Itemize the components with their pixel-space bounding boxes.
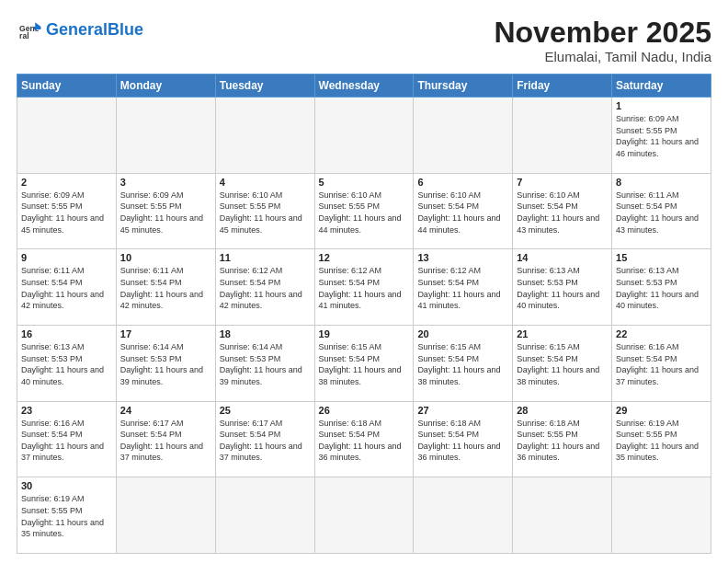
calendar-cell: 28 Sunrise: 6:18 AMSunset: 5:55 PMDaylig… <box>513 401 612 477</box>
calendar-cell: 11 Sunrise: 6:12 AMSunset: 5:54 PMDaylig… <box>215 249 314 326</box>
day-number: 24 <box>120 405 211 416</box>
calendar-cell: 15 Sunrise: 6:13 AMSunset: 5:53 PMDaylig… <box>612 249 711 326</box>
calendar-cell: 16 Sunrise: 6:13 AMSunset: 5:53 PMDaylig… <box>17 326 117 402</box>
day-number: 1 <box>616 100 707 111</box>
header: Gene ral GeneralBlue November 2025 Eluma… <box>17 17 711 64</box>
calendar-cell <box>215 477 314 554</box>
day-info: Sunrise: 6:12 AMSunset: 5:54 PMDaylight:… <box>220 265 311 311</box>
day-number: 7 <box>517 177 608 188</box>
day-info: Sunrise: 6:19 AMSunset: 5:55 PMDaylight:… <box>21 493 112 539</box>
calendar-header: Sunday Monday Tuesday Wednesday Thursday… <box>17 75 711 98</box>
logo: Gene ral GeneralBlue <box>17 17 143 42</box>
day-info: Sunrise: 6:15 AMSunset: 5:54 PMDaylight:… <box>417 341 508 387</box>
day-number: 9 <box>21 252 112 263</box>
day-info: Sunrise: 6:10 AMSunset: 5:54 PMDaylight:… <box>417 190 508 236</box>
logo-general: General <box>46 20 108 39</box>
calendar-cell: 5 Sunrise: 6:10 AMSunset: 5:55 PMDayligh… <box>314 173 414 249</box>
calendar-cell <box>612 477 711 554</box>
page: Gene ral GeneralBlue November 2025 Eluma… <box>0 0 728 563</box>
calendar-cell <box>116 98 215 174</box>
day-number: 12 <box>319 252 410 263</box>
col-tuesday: Tuesday <box>215 75 314 98</box>
calendar-cell: 17 Sunrise: 6:14 AMSunset: 5:53 PMDaylig… <box>116 326 215 402</box>
day-info: Sunrise: 6:18 AMSunset: 5:54 PMDaylight:… <box>417 418 508 464</box>
day-number: 23 <box>21 405 112 416</box>
calendar-cell: 20 Sunrise: 6:15 AMSunset: 5:54 PMDaylig… <box>414 326 513 402</box>
calendar-cell: 27 Sunrise: 6:18 AMSunset: 5:54 PMDaylig… <box>414 401 513 477</box>
day-number: 28 <box>517 405 608 416</box>
day-number: 11 <box>220 252 311 263</box>
day-number: 3 <box>120 177 211 188</box>
day-info: Sunrise: 6:10 AMSunset: 5:55 PMDaylight:… <box>319 190 410 236</box>
calendar-cell: 19 Sunrise: 6:15 AMSunset: 5:54 PMDaylig… <box>314 326 414 402</box>
day-info: Sunrise: 6:17 AMSunset: 5:54 PMDaylight:… <box>120 418 211 464</box>
calendar-cell: 6 Sunrise: 6:10 AMSunset: 5:54 PMDayligh… <box>414 173 513 249</box>
day-number: 27 <box>417 405 508 416</box>
day-number: 6 <box>417 177 508 188</box>
svg-rect-4 <box>34 27 41 29</box>
day-info: Sunrise: 6:09 AMSunset: 5:55 PMDaylight:… <box>21 190 112 236</box>
location-title: Elumalai, Tamil Nadu, India <box>494 49 711 64</box>
day-number: 17 <box>120 328 211 339</box>
logo-blue: Blue <box>108 20 143 39</box>
col-saturday: Saturday <box>612 75 711 98</box>
calendar-cell <box>513 477 612 554</box>
calendar-cell: 12 Sunrise: 6:12 AMSunset: 5:54 PMDaylig… <box>314 249 414 326</box>
calendar-cell: 1 Sunrise: 6:09 AMSunset: 5:55 PMDayligh… <box>612 98 711 174</box>
day-info: Sunrise: 6:09 AMSunset: 5:55 PMDaylight:… <box>616 113 707 159</box>
day-info: Sunrise: 6:14 AMSunset: 5:53 PMDaylight:… <box>120 341 211 387</box>
col-monday: Monday <box>116 75 215 98</box>
calendar-cell: 26 Sunrise: 6:18 AMSunset: 5:54 PMDaylig… <box>314 401 414 477</box>
day-number: 14 <box>517 252 608 263</box>
day-info: Sunrise: 6:10 AMSunset: 5:55 PMDaylight:… <box>220 190 311 236</box>
svg-text:ral: ral <box>19 31 28 40</box>
calendar-cell <box>513 98 612 174</box>
calendar-cell: 22 Sunrise: 6:16 AMSunset: 5:54 PMDaylig… <box>612 326 711 402</box>
day-number: 8 <box>616 177 707 188</box>
calendar-cell: 30 Sunrise: 6:19 AMSunset: 5:55 PMDaylig… <box>17 477 117 554</box>
day-info: Sunrise: 6:19 AMSunset: 5:55 PMDaylight:… <box>616 418 707 464</box>
calendar-body: 1 Sunrise: 6:09 AMSunset: 5:55 PMDayligh… <box>17 98 711 554</box>
calendar-cell: 23 Sunrise: 6:16 AMSunset: 5:54 PMDaylig… <box>17 401 117 477</box>
calendar-cell: 14 Sunrise: 6:13 AMSunset: 5:53 PMDaylig… <box>513 249 612 326</box>
calendar-cell: 25 Sunrise: 6:17 AMSunset: 5:54 PMDaylig… <box>215 401 314 477</box>
weekday-row: Sunday Monday Tuesday Wednesday Thursday… <box>17 75 711 98</box>
day-info: Sunrise: 6:12 AMSunset: 5:54 PMDaylight:… <box>417 265 508 311</box>
calendar-cell: 21 Sunrise: 6:15 AMSunset: 5:54 PMDaylig… <box>513 326 612 402</box>
month-title: November 2025 <box>494 17 711 49</box>
day-number: 19 <box>319 328 410 339</box>
calendar-cell <box>17 98 117 174</box>
day-number: 18 <box>220 328 311 339</box>
calendar-cell: 3 Sunrise: 6:09 AMSunset: 5:55 PMDayligh… <box>116 173 215 249</box>
col-thursday: Thursday <box>414 75 513 98</box>
calendar-cell: 13 Sunrise: 6:12 AMSunset: 5:54 PMDaylig… <box>414 249 513 326</box>
day-info: Sunrise: 6:13 AMSunset: 5:53 PMDaylight:… <box>616 265 707 311</box>
calendar-cell <box>314 477 414 554</box>
day-info: Sunrise: 6:09 AMSunset: 5:55 PMDaylight:… <box>120 190 211 236</box>
day-number: 2 <box>21 177 112 188</box>
day-number: 30 <box>21 480 112 491</box>
calendar-cell <box>314 98 414 174</box>
day-info: Sunrise: 6:17 AMSunset: 5:54 PMDaylight:… <box>220 418 311 464</box>
calendar-cell: 7 Sunrise: 6:10 AMSunset: 5:54 PMDayligh… <box>513 173 612 249</box>
day-info: Sunrise: 6:14 AMSunset: 5:53 PMDaylight:… <box>220 341 311 387</box>
col-wednesday: Wednesday <box>314 75 414 98</box>
day-number: 13 <box>417 252 508 263</box>
day-number: 25 <box>220 405 311 416</box>
day-number: 22 <box>616 328 707 339</box>
logo-text: GeneralBlue <box>46 21 143 38</box>
title-block: November 2025 Elumalai, Tamil Nadu, Indi… <box>494 17 711 64</box>
logo-icon: Gene ral <box>17 17 42 42</box>
day-number: 29 <box>616 405 707 416</box>
day-number: 20 <box>417 328 508 339</box>
day-info: Sunrise: 6:11 AMSunset: 5:54 PMDaylight:… <box>120 265 211 311</box>
calendar-cell: 8 Sunrise: 6:11 AMSunset: 5:54 PMDayligh… <box>612 173 711 249</box>
day-info: Sunrise: 6:11 AMSunset: 5:54 PMDaylight:… <box>616 190 707 236</box>
calendar-cell <box>414 477 513 554</box>
calendar-cell: 10 Sunrise: 6:11 AMSunset: 5:54 PMDaylig… <box>116 249 215 326</box>
calendar-cell <box>215 98 314 174</box>
col-sunday: Sunday <box>17 75 117 98</box>
calendar-cell: 2 Sunrise: 6:09 AMSunset: 5:55 PMDayligh… <box>17 173 117 249</box>
calendar-cell <box>116 477 215 554</box>
day-info: Sunrise: 6:10 AMSunset: 5:54 PMDaylight:… <box>517 190 608 236</box>
